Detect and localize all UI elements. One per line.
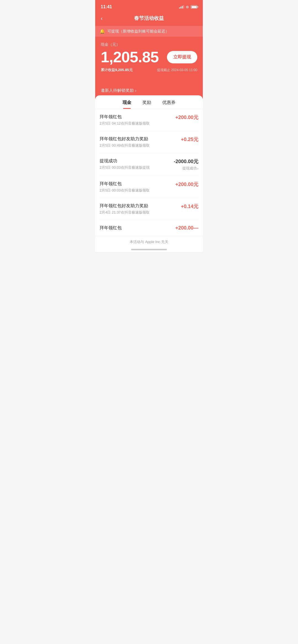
table-row: 提现成功 2月5日 00:03在抖音极速版提现 -2000.00元 提现成功 ›	[100, 153, 198, 176]
tx-right: +200.00—	[175, 225, 198, 231]
tx-desc: 2月5日 00:49在抖音极速版领取	[100, 143, 150, 148]
transaction-list: 拜年领红包 2月5日 04:12在抖音极速版领取 +200.00元 拜年领红包好…	[95, 109, 203, 236]
tx-name: 提现成功	[100, 158, 150, 164]
tab-active-indicator	[123, 108, 131, 109]
chevron-right-icon: ›	[197, 166, 198, 171]
table-row: 拜年领红包好友助力奖励 2月5日 00:49在抖音极速版领取 +0.25元	[100, 131, 198, 153]
tab-card: 现金 奖励 优惠券 拜年领红包 2月5日 04:12在抖音极速版领取 +200.…	[95, 95, 203, 236]
tx-desc: 2月4日 21:37在抖音极速版领取	[100, 210, 150, 215]
status-icons: ⊛	[179, 5, 197, 9]
hero-section: 现金（元） 1,205.85 立即提现 累计收益9,205.85元 提现截止 2…	[95, 37, 203, 83]
disclaimer-text: 本活动与 Apple Inc.无关	[130, 240, 168, 244]
bell-icon: 🔔	[100, 29, 105, 34]
tx-left: 拜年领红包	[100, 225, 122, 231]
tx-name: 拜年领红包好友助力奖励	[100, 203, 150, 209]
back-button[interactable]: ‹	[101, 15, 103, 21]
cash-label: 现金（元）	[101, 42, 197, 47]
battery-icon	[191, 5, 197, 9]
cumulative-earnings: 累计收益9,205.85元	[101, 68, 133, 72]
tab-coupon-label: 优惠券	[162, 100, 175, 106]
tx-name: 拜年领红包	[100, 181, 150, 187]
wifi-icon: ⊛	[186, 5, 189, 9]
tx-desc: 2月5日 00:03在抖音极速版提现	[100, 165, 150, 170]
tx-name: 拜年领红包	[100, 114, 150, 120]
hero-meta: 累计收益9,205.85元 提现截止 2024-03-05 11:00	[101, 68, 197, 72]
tx-left: 拜年领红包 2月5日 04:12在抖音极速版领取	[100, 114, 150, 126]
tab-cash-label: 现金	[123, 100, 131, 106]
invite-arrow-icon: ›	[135, 88, 136, 93]
tx-desc: 2月5日 04:12在抖音极速版领取	[100, 121, 150, 126]
tx-desc: 2月5日 00:03在抖音极速版领取	[100, 188, 150, 193]
home-bar	[131, 249, 167, 250]
tx-left: 拜年领红包 2月5日 00:03在抖音极速版领取	[100, 181, 150, 193]
tx-left: 拜年领红包好友助力奖励 2月5日 00:49在抖音极速版领取	[100, 136, 150, 148]
tabs-row: 现金 奖励 优惠券	[95, 95, 203, 109]
status-bar: 11:41 ⊛	[95, 0, 203, 12]
notice-text: 可提现（新增收益到账可能会延迟）	[107, 29, 169, 34]
tx-left: 提现成功 2月5日 00:03在抖音极速版提现	[100, 158, 150, 170]
table-row: 拜年领红包 2月5日 00:03在抖音极速版领取 +200.00元	[100, 176, 198, 198]
header: ‹ 春节活动收益	[95, 12, 203, 26]
table-row: 拜年领红包 +200.00—	[100, 220, 198, 236]
tx-right: +200.00元	[175, 114, 198, 121]
page-title: 春节活动收益	[134, 15, 164, 21]
table-row: 拜年领红包好友助力奖励 2月4日 21:37在抖音极速版领取 +0.14元	[100, 198, 198, 220]
notice-banner: 🔔 可提现（新增收益到账可能会延迟）	[95, 26, 203, 37]
tx-amount: -2000.00元	[174, 158, 198, 165]
tx-right: +0.25元	[181, 136, 198, 143]
hero-row: 1,205.85 立即提现	[101, 49, 197, 65]
tx-amount: +0.25元	[181, 136, 198, 143]
withdraw-button[interactable]: 立即提现	[167, 51, 197, 63]
cash-amount: 1,205.85	[101, 49, 159, 65]
home-indicator	[95, 247, 203, 252]
tx-right: +0.14元	[181, 203, 198, 210]
tx-amount: +200.00元	[175, 181, 198, 188]
tab-reward-label: 奖励	[142, 100, 151, 106]
status-time: 11:41	[101, 4, 112, 9]
invite-text: 邀新人待解锁奖励	[101, 88, 134, 93]
footer-disclaimer: 本活动与 Apple Inc.无关	[95, 236, 203, 247]
tx-right: -2000.00元 提现成功 ›	[174, 158, 198, 171]
tx-amount: +200.00元	[175, 114, 198, 121]
table-row: 拜年领红包 2月5日 04:12在抖音极速版领取 +200.00元	[100, 109, 198, 131]
tx-name: 拜年领红包好友助力奖励	[100, 136, 150, 142]
tab-reward[interactable]: 奖励	[142, 100, 151, 109]
tab-coupon[interactable]: 优惠券	[162, 100, 175, 109]
tx-amount: +0.14元	[181, 203, 198, 210]
deadline-text: 提现截止 2024-03-05 11:00	[157, 68, 197, 72]
tab-cash[interactable]: 现金	[123, 100, 131, 109]
tx-status[interactable]: 提现成功 ›	[182, 166, 198, 171]
tx-amount: +200.00—	[175, 225, 198, 231]
tx-name: 拜年领红包	[100, 225, 122, 231]
tx-left: 拜年领红包好友助力奖励 2月4日 21:37在抖音极速版领取	[100, 203, 150, 215]
signal-icon	[179, 5, 184, 9]
tx-right: +200.00元	[175, 181, 198, 188]
